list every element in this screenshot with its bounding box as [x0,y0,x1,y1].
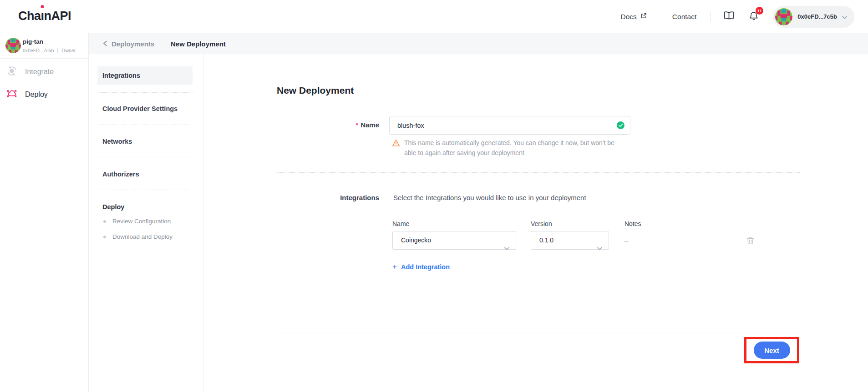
workspace-sub: 0x0eFD...7c5b Owner [23,48,76,53]
header-actions: Docs Contact [621,0,854,33]
contact-label: Contact [672,13,696,21]
bullet-icon [103,220,106,223]
notifications-button[interactable]: 11 [748,10,759,23]
logo-text-post: nAPI [44,9,71,23]
logo-dot [41,5,44,8]
trash-icon [745,240,756,247]
substep-label: Download and Deploy [112,233,173,240]
next-button[interactable]: Next [754,342,790,359]
breadcrumb-back-label: Deployments [112,40,154,48]
primary-sidebar: pig-tan 0x0eFD...7c5b Owner Integrate [0,33,89,392]
plus-icon: + [392,262,397,271]
logo-i: ı [41,9,44,23]
workspace-name: pig-tan [23,38,43,45]
integrate-icon [6,65,18,79]
docs-book-button[interactable] [723,10,735,23]
name-label-text: Name [360,121,379,129]
external-link-icon [640,13,647,21]
deployment-name-input[interactable] [389,116,630,135]
chevron-left-icon [103,40,107,48]
warning-line-1: This name is automatically generated. Yo… [404,138,641,148]
breadcrumb-back-deployments[interactable]: Deployments [103,33,154,54]
step-separator [99,157,193,157]
integrations-description: Select the Integrations you would like t… [393,194,586,201]
section-divider-dotted [276,172,800,173]
annotation-highlight-box: Next [744,337,799,363]
notification-badge: 11 [756,7,763,15]
integration-name-value: Coingecko [401,236,431,244]
chevron-down-icon [504,239,509,257]
deploy-label: Deploy [25,90,48,99]
step-separator [99,92,193,93]
workspace-divider [57,48,58,53]
workspace-card[interactable]: pig-tan 0x0eFD...7c5b Owner [0,33,88,59]
integrate-label: Integrate [25,68,54,76]
step-cloud-provider-settings[interactable]: Cloud Provider Settings [102,105,178,112]
contact-link[interactable]: Contact [672,13,696,21]
docs-label: Docs [621,13,637,21]
sidebar-item-deploy[interactable]: Deploy [0,85,88,104]
app-header: ChaınAPI Docs Contact [0,0,868,33]
account-menu[interactable]: 0x0eFD...7c5b [773,6,854,28]
substep-review-configuration[interactable]: Review Configuration [103,218,171,225]
workspace-role: Owner [61,48,76,53]
header-divider [710,12,711,22]
delete-integration-button[interactable] [745,235,756,248]
name-field-label: *Name [204,121,379,129]
step-group-deploy: Deploy [102,203,124,211]
integration-notes-value: – [624,231,628,250]
step-separator [99,190,193,190]
workspace-avatar [5,38,21,53]
steps-sidebar: Integrations Cloud Provider Settings Net… [89,54,204,392]
footer-divider [276,333,800,333]
warning-icon [392,139,400,149]
step-networks[interactable]: Networks [102,138,132,145]
substep-download-and-deploy[interactable]: Download and Deploy [103,233,173,240]
required-marker: * [355,121,358,129]
integration-name-select[interactable]: Coingecko [392,231,516,250]
chainapi-logo[interactable]: ChaınAPI [18,9,71,23]
chevron-down-icon [842,13,847,21]
substep-label: Review Configuration [112,218,171,225]
add-integration-button[interactable]: + Add Integration [392,262,450,271]
breadcrumb-current: New Deployment [171,33,226,54]
bullet-icon [103,236,106,238]
valid-check-icon [617,121,624,129]
logo-text-pre: Cha [18,9,41,23]
book-icon [723,10,735,23]
integrations-section-label: Integrations [204,194,379,201]
column-header-notes: Notes [624,220,641,227]
integration-version-value: 0.1.0 [539,236,553,244]
breadcrumb: Deployments New Deployment [89,33,868,54]
main-content: New Deployment *Name This name is automa… [204,54,868,392]
name-input-wrap [389,116,630,135]
column-header-version: Version [531,220,552,227]
step-integrations[interactable]: Integrations [97,66,193,85]
workspace-address: 0x0eFD...7c5b [23,48,54,53]
deploy-icon [6,88,18,101]
page-title: New Deployment [277,85,354,96]
step-authorizers[interactable]: Authorizers [102,171,139,178]
warning-line-2: able to again after saving your deployme… [404,148,641,158]
add-integration-label: Add Integration [401,263,450,271]
column-header-name: Name [392,220,409,227]
sidebar-item-integrate[interactable]: Integrate [0,62,88,81]
integration-version-select[interactable]: 0.1.0 [531,231,609,250]
account-avatar [775,8,792,25]
name-warning: This name is automatically generated. Yo… [404,138,641,158]
chevron-down-icon [597,239,602,257]
docs-link[interactable]: Docs [621,13,647,21]
step-separator [99,125,193,125]
account-address: 0x0eFD...7c5b [797,13,837,20]
